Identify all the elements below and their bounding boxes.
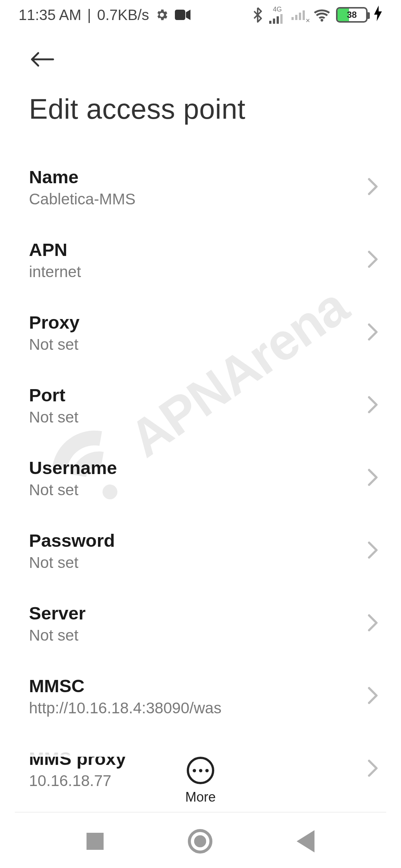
chevron-right-icon [368,468,378,488]
system-nav-bar [0,814,401,868]
circle-icon [188,829,212,854]
network-type: 4G [273,6,282,13]
chevron-right-icon [368,323,378,342]
apn-field-label: Proxy [29,312,79,333]
apn-field-label: Server [29,603,86,624]
gear-icon [155,8,169,22]
apn-field-value: Not set [29,627,86,644]
chevron-right-icon [368,687,378,706]
apn-field-label: Username [29,457,117,478]
charging-icon [374,6,382,24]
signal-sim1: 4G [269,6,286,24]
arrow-left-icon [29,50,55,69]
more-button[interactable] [187,757,214,784]
status-separator: | [87,7,91,23]
battery-percent: 38 [338,10,366,20]
page-title: Edit access point [0,78,401,147]
apn-field-label: MMSC [29,675,221,696]
svg-rect-4 [280,14,283,24]
apn-settings-list: Name Cabletica-MMS APN internet Proxy No… [0,147,401,790]
dots-icon [193,769,196,772]
status-data-rate: 0.7KB/s [97,7,149,23]
chevron-right-icon [368,396,378,415]
camera-icon [175,9,190,20]
status-bar-right: 4G × 38 [252,6,382,24]
bottom-separator [15,812,386,812]
wifi-icon [314,8,330,22]
apn-item-username[interactable]: Username Not set [0,442,401,514]
chevron-right-icon [368,178,378,197]
apn-field-value: Not set [29,336,79,354]
apn-item-password[interactable]: Password Not set [0,514,401,587]
apn-item-apn[interactable]: APN internet [0,224,401,296]
apn-field-label: Name [29,167,136,187]
apn-field-value: Not set [29,554,115,572]
apn-field-value: Not set [29,408,78,426]
apn-field-value: Not set [29,481,117,499]
chevron-right-icon [368,541,378,560]
svg-rect-5 [291,17,294,20]
status-bar: 11:35 AM | 0.7KB/s 4G × [0,0,401,30]
apn-field-value: http://10.16.18.4:38090/was [29,699,221,717]
svg-rect-0 [175,10,185,20]
triangle-left-icon [297,830,314,852]
apn-field-value: internet [29,263,81,281]
apn-field-label: Port [29,385,78,405]
status-bar-left: 11:35 AM | 0.7KB/s [19,7,190,23]
svg-rect-6 [295,15,297,20]
more-area: More [0,757,401,805]
apn-field-label: APN [29,239,81,260]
status-time: 11:35 AM [19,7,81,23]
apn-item-name[interactable]: Name Cabletica-MMS [0,151,401,224]
back-button[interactable] [29,48,59,70]
apn-item-port[interactable]: Port Not set [0,369,401,442]
signal-bars-icon [269,13,286,24]
nav-recents-button[interactable] [87,833,104,850]
svg-rect-7 [299,13,301,20]
bluetooth-icon [252,7,263,23]
chevron-right-icon [368,614,378,633]
more-label: More [185,789,216,805]
svg-rect-1 [269,21,271,24]
nav-back-button[interactable] [297,830,314,852]
app-header [0,30,401,78]
svg-rect-2 [273,19,275,24]
apn-item-mmsc[interactable]: MMSC http://10.16.18.4:38090/was [0,660,401,733]
square-icon [87,833,104,850]
svg-rect-8 [303,10,305,20]
nav-home-button[interactable] [188,829,212,854]
apn-item-server[interactable]: Server Not set [0,587,401,660]
no-sim-x-icon: × [306,16,310,25]
apn-item-proxy[interactable]: Proxy Not set [0,296,401,369]
chevron-right-icon [368,250,378,270]
svg-rect-3 [277,16,279,24]
apn-field-label: Password [29,530,115,551]
battery-indicator: 38 [336,7,368,23]
signal-sim2: × [291,7,308,23]
apn-field-value: Cabletica-MMS [29,190,136,208]
